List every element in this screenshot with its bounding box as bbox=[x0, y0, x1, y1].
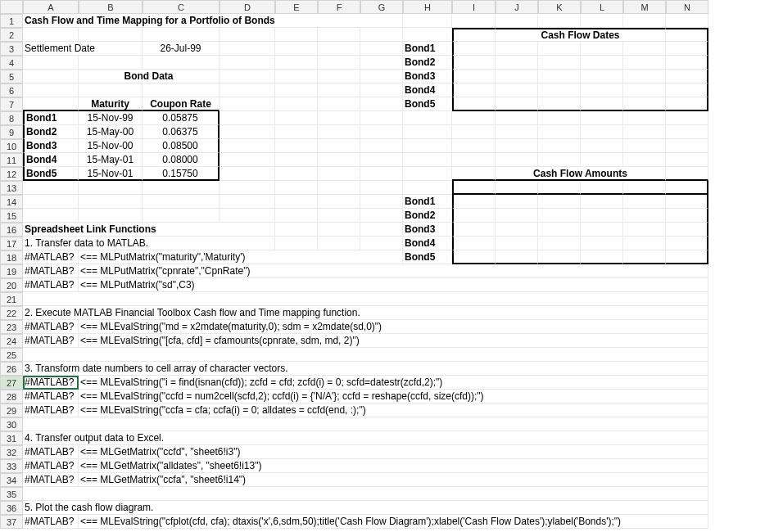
cell-N5[interactable] bbox=[666, 70, 708, 83]
row-header-19[interactable]: 19 bbox=[0, 264, 23, 278]
col-header-K[interactable]: K bbox=[538, 0, 581, 14]
cell-A18[interactable]: #MATLAB? bbox=[23, 250, 79, 264]
cell-F6[interactable] bbox=[318, 83, 360, 97]
row-header-26[interactable]: 26 bbox=[0, 362, 23, 376]
cell-L8[interactable] bbox=[581, 111, 623, 125]
cell-K9[interactable] bbox=[538, 125, 581, 139]
cell-A14[interactable] bbox=[23, 195, 79, 209]
cell-B5[interactable]: Bond Data bbox=[79, 70, 220, 83]
cell-F15[interactable] bbox=[318, 209, 360, 223]
cell-E8[interactable] bbox=[275, 111, 318, 125]
cell-C11[interactable]: 0.08000 bbox=[143, 153, 220, 167]
cell-B7[interactable]: Maturity bbox=[79, 97, 143, 111]
cell-A27[interactable]: #MATLAB? bbox=[23, 376, 79, 390]
cell-D11[interactable] bbox=[220, 153, 275, 167]
cell-F2[interactable] bbox=[318, 28, 360, 42]
cell-E17[interactable] bbox=[275, 237, 318, 250]
cell-B19[interactable]: <== MLPutMatrix("cpnrate","CpnRate") bbox=[79, 264, 708, 278]
cell-H15[interactable]: Bond2 bbox=[403, 209, 452, 223]
cell-A28[interactable]: #MATLAB? bbox=[23, 390, 79, 404]
cell-B27[interactable]: <== MLEvalString("i = find(isnan(cfd)); … bbox=[79, 376, 708, 390]
cell-C8[interactable]: 0.05875 bbox=[143, 111, 220, 125]
cell-C3[interactable]: 26-Jul-99 bbox=[143, 42, 220, 56]
cell-E15[interactable] bbox=[275, 209, 318, 223]
row-header-29[interactable]: 29 bbox=[0, 404, 23, 417]
cell-D10[interactable] bbox=[220, 139, 275, 153]
cell-A37[interactable]: #MATLAB? bbox=[23, 515, 79, 529]
cell-F17[interactable] bbox=[318, 237, 360, 250]
cell-J10[interactable] bbox=[496, 139, 538, 153]
cell-B13[interactable] bbox=[79, 181, 143, 195]
cell-I9[interactable] bbox=[452, 125, 496, 139]
cell-G9[interactable] bbox=[360, 125, 403, 139]
cell-G16[interactable] bbox=[360, 223, 403, 237]
cell-G14[interactable] bbox=[360, 195, 403, 209]
cell-L16[interactable] bbox=[581, 223, 623, 237]
cell-K18[interactable] bbox=[538, 250, 581, 264]
cell-H13[interactable] bbox=[403, 181, 452, 195]
row-header-35[interactable]: 35 bbox=[0, 487, 23, 501]
cell-M9[interactable] bbox=[623, 125, 666, 139]
cell-A4[interactable] bbox=[23, 56, 79, 70]
row-header-16[interactable]: 16 bbox=[0, 223, 23, 237]
cell-I1[interactable] bbox=[452, 14, 496, 28]
row-header-27[interactable]: 27 bbox=[0, 376, 23, 390]
cell-H5[interactable]: Bond3 bbox=[403, 70, 452, 83]
cf-amounts-title-left[interactable] bbox=[452, 167, 496, 181]
cell-H2[interactable] bbox=[403, 28, 452, 42]
row-header-7[interactable]: 7 bbox=[0, 97, 23, 111]
cell-J17[interactable] bbox=[496, 237, 538, 250]
cell-L18[interactable] bbox=[581, 250, 623, 264]
cell-F10[interactable] bbox=[318, 139, 360, 153]
col-header-M[interactable]: M bbox=[623, 0, 666, 14]
cell-C10[interactable]: 0.08500 bbox=[143, 139, 220, 153]
cell-G2[interactable] bbox=[360, 28, 403, 42]
cell-M3[interactable] bbox=[623, 42, 666, 56]
col-header-A[interactable]: A bbox=[23, 0, 79, 14]
cell-I7[interactable] bbox=[452, 97, 496, 111]
cell-A17[interactable]: 1. Transfer data to MATLAB. bbox=[23, 237, 275, 250]
cell-M8[interactable] bbox=[623, 111, 666, 125]
cell-A35[interactable] bbox=[23, 487, 708, 501]
cell-C6[interactable] bbox=[143, 83, 220, 97]
cell-D2[interactable] bbox=[220, 28, 275, 42]
cell-G8[interactable] bbox=[360, 111, 403, 125]
cell-H1[interactable] bbox=[403, 14, 452, 28]
row-header-10[interactable]: 10 bbox=[0, 139, 23, 153]
col-header-E[interactable]: E bbox=[275, 0, 318, 14]
cell-A13[interactable] bbox=[23, 181, 79, 195]
row-header-3[interactable]: 3 bbox=[0, 42, 23, 56]
cell-E4[interactable] bbox=[275, 56, 318, 70]
cell-F14[interactable] bbox=[318, 195, 360, 209]
cell-I8[interactable] bbox=[452, 111, 496, 125]
cell-E12[interactable] bbox=[275, 167, 318, 181]
cell-K10[interactable] bbox=[538, 139, 581, 153]
cell-K11[interactable] bbox=[538, 153, 581, 167]
row-header-18[interactable]: 18 bbox=[0, 250, 23, 264]
cell-E6[interactable] bbox=[275, 83, 318, 97]
cell-N13[interactable] bbox=[666, 181, 708, 195]
col-header-J[interactable]: J bbox=[496, 0, 538, 14]
row-header-31[interactable]: 31 bbox=[0, 431, 23, 445]
col-header-I[interactable]: I bbox=[452, 0, 496, 14]
cell-L6[interactable] bbox=[581, 83, 623, 97]
cell-H3[interactable]: Bond1 bbox=[403, 42, 452, 56]
cell-C14[interactable] bbox=[143, 195, 220, 209]
cell-L3[interactable] bbox=[581, 42, 623, 56]
cell-D7[interactable] bbox=[220, 97, 275, 111]
cell-B32[interactable]: <== MLGetMatrix("ccfd", "sheet6!i3") bbox=[79, 445, 708, 459]
cell-M10[interactable] bbox=[623, 139, 666, 153]
col-header-N[interactable]: N bbox=[666, 0, 708, 14]
row-header-22[interactable]: 22 bbox=[0, 306, 23, 320]
cell-G11[interactable] bbox=[360, 153, 403, 167]
cell-E11[interactable] bbox=[275, 153, 318, 167]
cell-H11[interactable] bbox=[403, 153, 452, 167]
cell-K13[interactable] bbox=[538, 181, 581, 195]
cell-K1[interactable] bbox=[538, 14, 581, 28]
cell-B15[interactable] bbox=[79, 209, 143, 223]
cell-L4[interactable] bbox=[581, 56, 623, 70]
cell-A2[interactable] bbox=[23, 28, 79, 42]
cell-C7[interactable]: Coupon Rate bbox=[143, 97, 220, 111]
cell-J1[interactable] bbox=[496, 14, 538, 28]
cell-J6[interactable] bbox=[496, 83, 538, 97]
